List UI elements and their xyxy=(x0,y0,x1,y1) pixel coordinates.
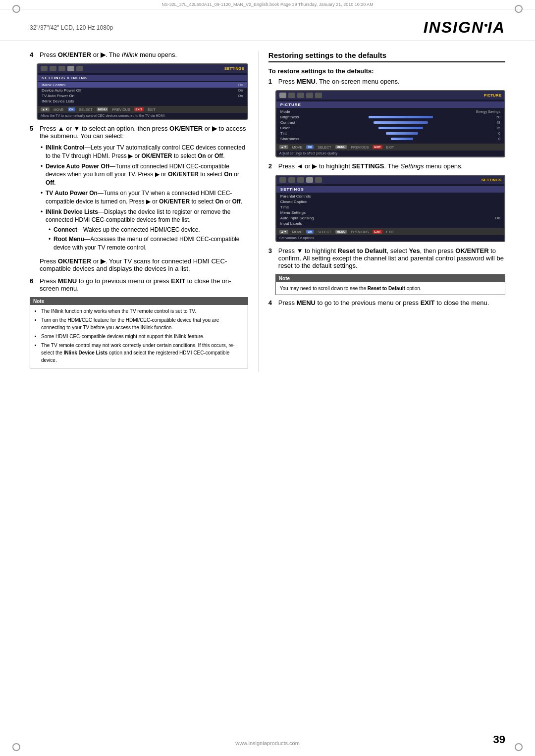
footer-url: www.insigniaproducts.com xyxy=(235,740,300,746)
tv-screen-settings: SETTINGS Settings Parental Controls Clos… xyxy=(275,175,505,242)
tv-icon-5 xyxy=(76,66,83,71)
step-5-list: INlink Control—Lets your TV automaticall… xyxy=(40,143,248,254)
tv-bottom-bar-picture: ▲▼ MOVE OK SELECT MENU PREVIOUS EXIT EXI… xyxy=(276,144,504,151)
left-column: 4 Press OK/ENTER or ▶. The INlink menu o… xyxy=(30,51,258,372)
tv-menu-item-time: Time xyxy=(276,204,504,210)
file-info: NS-32L_37L_42L550A11_09-1120_MAN_V2_Engl… xyxy=(0,0,535,9)
sub-heading: To restore settings to the defaults: xyxy=(268,67,505,75)
tv-icon-s1 xyxy=(279,177,286,183)
tv-icon-p2 xyxy=(288,93,295,98)
right-step-4-number: 4 xyxy=(268,299,275,306)
tv-brightness-row: Brightness 50 xyxy=(276,114,504,120)
page-header: 32"/37"/42" LCD, 120 Hz 1080p INSIGNIA xyxy=(0,9,535,41)
tv-color-val: 75 xyxy=(496,126,500,130)
step-4-number: 4 xyxy=(30,51,37,58)
tv-tint-row: Tint 0 xyxy=(276,131,504,136)
tv-btn-move-p: ▲▼ xyxy=(279,145,288,149)
right-step-1: 1 Press MENU. The on-screen menu opens. xyxy=(268,78,505,85)
tv-screen-inlink-label: SETTINGS xyxy=(224,66,244,71)
section-heading: Restoring settings to the defaults xyxy=(268,51,505,62)
tv-screen-picture-header: PICTURE xyxy=(276,91,504,100)
tv-screen-picture-body: Picture ModeEnergy Savings Brightness 50… xyxy=(276,100,504,144)
tv-btn-previous-s: MENU xyxy=(335,230,347,234)
tv-menu-item-tv-power: TV Auto Power OnOn xyxy=(38,93,247,99)
tv-screen-picture-label: PICTURE xyxy=(484,93,501,98)
page-subtitle: 32"/37"/42" LCD, 120 Hz 1080p xyxy=(30,24,113,31)
tv-icon-4 xyxy=(67,66,74,71)
tv-contrast-bar xyxy=(374,121,428,124)
tv-contrast-val: 48 xyxy=(496,121,500,124)
step-5: 5 Press ▲ or ▼ to select an option, then… xyxy=(30,125,248,272)
tv-brightness-val: 50 xyxy=(496,115,500,119)
tv-screen-picture: PICTURE Picture ModeEnergy Savings Brigh… xyxy=(275,90,505,157)
tv-btn-previous: MENU xyxy=(97,107,108,111)
bullet-inlink-device-lists: INlink Device Lists—Displays the device … xyxy=(40,207,248,254)
tv-bottom-bar-inlink: ▲▼ MOVE OK SELECT MENU PREVIOUS EXIT EXI… xyxy=(38,106,247,113)
tv-sharpness-val: 0 xyxy=(498,137,500,141)
tv-screen-inlink-body: Settings > INlink INlink ControlOn Devic… xyxy=(38,73,247,106)
step-6: 6 Press MENU to go to previous menu or p… xyxy=(30,277,248,292)
right-step-3: 3 Press ▼ to highlight Reset to Default,… xyxy=(268,247,505,269)
note-box-left-body: The INlink function only works when the … xyxy=(30,305,248,368)
note-item-1: The INlink function only works when the … xyxy=(41,307,244,315)
tv-icon-2 xyxy=(50,66,56,71)
tv-menu-item-caption: Closed Caption xyxy=(276,199,504,204)
bullet-inlink-control: INlink Control—Lets your TV automaticall… xyxy=(40,143,248,161)
tv-icon-p5 xyxy=(315,93,322,98)
corner-mark-tl xyxy=(12,5,20,13)
tv-tint-val: 0 xyxy=(498,132,500,135)
tv-icon-p1 xyxy=(279,93,286,98)
tv-hint-picture: Adjust settings to affect picture qualit… xyxy=(276,151,504,156)
tv-screen-settings-icons xyxy=(279,177,322,183)
tv-btn-exit: EXIT xyxy=(134,107,144,111)
note-box-right: Note You may need to scroll down to see … xyxy=(275,274,505,295)
tv-tint-bar xyxy=(386,132,418,135)
tv-screen-picture-icons xyxy=(279,93,322,98)
tv-btn-select-s: OK xyxy=(306,230,314,234)
bullet-device-auto-power: Device Auto Power Off—Turns off connecte… xyxy=(40,161,248,188)
right-step-2-content: Press ◄ or ▶ to highlight SETTINGS. The … xyxy=(278,162,505,170)
step-6-content: Press MENU to go to previous menu or pre… xyxy=(40,277,248,292)
tv-btn-exit-p: EXIT xyxy=(373,145,382,149)
tv-icon-s3 xyxy=(297,177,304,183)
tv-menu-item-device-power: Device Auto Power OffOn xyxy=(38,88,247,93)
tv-sharpness-bar xyxy=(391,138,413,140)
tv-btn-move-s: ▲▼ xyxy=(279,230,288,234)
note-box-right-header: Note xyxy=(276,275,505,282)
tv-btn-previous-p: MENU xyxy=(335,145,347,149)
right-step-2-number: 2 xyxy=(268,162,275,170)
corner-mark-tr xyxy=(515,5,523,13)
tv-screen-icons xyxy=(41,66,83,71)
tv-menu-item-menu-settings: Menu Settings xyxy=(276,210,504,215)
bullet-tv-auto-power: TV Auto Power On—Turns on your TV when a… xyxy=(40,188,248,207)
tv-mode-row: ModeEnergy Savings xyxy=(276,109,504,114)
tv-color-bar xyxy=(378,127,423,129)
page-number: 39 xyxy=(493,733,505,746)
note-item-2: Turn on the HDMI/CEC feature for the HDM… xyxy=(41,316,244,331)
right-step-4-content: Press MENU to go to the previous menu or… xyxy=(278,299,505,306)
tv-icon-1 xyxy=(41,66,48,71)
brand-logo: INSIGNIA xyxy=(424,18,505,37)
right-step-1-number: 1 xyxy=(268,78,275,85)
tv-menu-item-input-labels: Input Labels xyxy=(276,221,504,226)
step-4: 4 Press OK/ENTER or ▶. The INlink menu o… xyxy=(30,51,248,58)
tv-icon-s5 xyxy=(315,177,322,183)
tv-screen-settings-header: SETTINGS xyxy=(276,176,504,184)
tv-brightness-bar xyxy=(369,116,433,118)
tv-btn-exit-s: EXIT xyxy=(373,230,382,234)
note-list: The INlink function only works when the … xyxy=(34,307,244,364)
tv-menu-picture-title: Picture xyxy=(276,101,504,108)
tv-screen-inlink-header: SETTINGS xyxy=(38,64,247,73)
note-box-left-header: Note xyxy=(30,298,248,305)
note-item-4: The TV remote control may not work corre… xyxy=(41,342,244,364)
tv-menu-settings-title: Settings xyxy=(276,186,504,193)
tv-screen-inlink: SETTINGS Settings > INlink INlink Contro… xyxy=(37,63,248,120)
tv-btn-select: OK xyxy=(68,107,75,111)
right-step-1-content: Press MENU. The on-screen menu opens. xyxy=(278,78,505,85)
right-step-2: 2 Press ◄ or ▶ to highlight SETTINGS. Th… xyxy=(268,162,505,170)
tv-screen-settings-label: SETTINGS xyxy=(482,178,501,182)
tv-hint-inlink: Allow the TV to automatically control CE… xyxy=(38,113,247,119)
tv-icon-p3 xyxy=(297,93,304,98)
right-step-4: 4 Press MENU to go to the previous menu … xyxy=(268,299,505,306)
sub-bullet-root-menu: Root Menu—Accesses the menu of connected… xyxy=(46,235,248,252)
